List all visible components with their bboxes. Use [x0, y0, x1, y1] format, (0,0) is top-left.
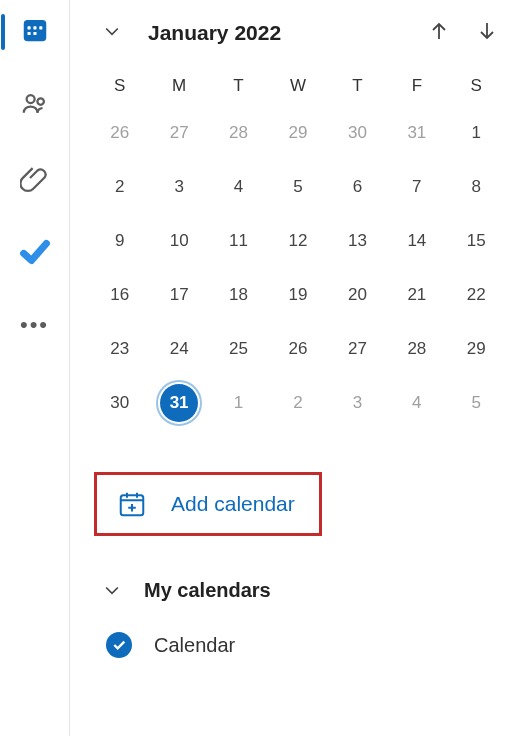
svg-rect-4 — [27, 32, 30, 35]
svg-rect-2 — [33, 26, 36, 29]
day-cell[interactable]: 10 — [149, 214, 208, 268]
day-cell[interactable]: 9 — [90, 214, 149, 268]
week-row: 16171819202122 — [90, 268, 506, 322]
dow-cell: W — [268, 66, 327, 106]
day-cell[interactable]: 29 — [268, 106, 327, 160]
day-cell[interactable]: 30 — [90, 376, 149, 430]
dow-cell: F — [387, 66, 446, 106]
calendar-icon — [20, 15, 50, 49]
day-cell[interactable]: 18 — [209, 268, 268, 322]
calendar-list: Calendar — [90, 622, 506, 668]
add-calendar-button[interactable]: Add calendar — [94, 472, 322, 536]
day-cell[interactable]: 25 — [209, 322, 268, 376]
day-cell[interactable]: 1 — [209, 376, 268, 430]
chevron-down-icon — [98, 576, 126, 604]
arrow-up-icon — [427, 19, 451, 47]
app-rail: ••• — [0, 0, 70, 736]
my-calendars-title: My calendars — [144, 579, 271, 602]
day-cell[interactable]: 20 — [328, 268, 387, 322]
checkmark-icon — [18, 235, 52, 273]
day-cell[interactable]: 27 — [328, 322, 387, 376]
day-cell[interactable]: 21 — [387, 268, 446, 322]
svg-rect-5 — [33, 32, 36, 35]
day-cell[interactable]: 11 — [209, 214, 268, 268]
calendar-checkbox[interactable] — [106, 632, 132, 658]
svg-rect-3 — [39, 26, 42, 29]
day-cell[interactable]: 28 — [209, 106, 268, 160]
week-row: 23242526272829 — [90, 322, 506, 376]
people-icon — [20, 89, 50, 123]
calendar-plus-icon — [117, 489, 147, 519]
rail-calendar-app[interactable] — [15, 12, 55, 52]
week-row: 303112345 — [90, 376, 506, 430]
day-cell[interactable]: 31 — [149, 376, 208, 430]
day-cell[interactable]: 5 — [447, 376, 506, 430]
rail-more-apps[interactable]: ••• — [20, 308, 49, 338]
svg-rect-1 — [27, 26, 30, 29]
day-cell[interactable]: 19 — [268, 268, 327, 322]
attachment-icon — [20, 163, 50, 197]
day-cell[interactable]: 2 — [90, 160, 149, 214]
day-cell[interactable]: 30 — [328, 106, 387, 160]
day-cell[interactable]: 6 — [328, 160, 387, 214]
day-cell[interactable]: 31 — [387, 106, 446, 160]
day-cell[interactable]: 8 — [447, 160, 506, 214]
day-cell[interactable]: 17 — [149, 268, 208, 322]
my-calendars-toggle[interactable]: My calendars — [90, 570, 506, 622]
svg-point-7 — [37, 98, 44, 105]
calendar-item[interactable]: Calendar — [90, 622, 506, 668]
calendar-name: Calendar — [154, 634, 235, 657]
day-cell[interactable]: 3 — [149, 160, 208, 214]
month-label: January 2022 — [142, 21, 408, 45]
chevron-down-icon — [102, 21, 122, 45]
day-cell[interactable]: 1 — [447, 106, 506, 160]
arrow-down-icon — [475, 19, 499, 47]
day-cell[interactable]: 15 — [447, 214, 506, 268]
day-cell[interactable]: 26 — [268, 322, 327, 376]
dow-cell: T — [209, 66, 268, 106]
dow-cell: S — [447, 66, 506, 106]
day-cell[interactable]: 27 — [149, 106, 208, 160]
month-expand-toggle[interactable] — [98, 19, 126, 47]
day-cell[interactable]: 13 — [328, 214, 387, 268]
day-cell[interactable]: 23 — [90, 322, 149, 376]
svg-rect-0 — [23, 20, 46, 41]
day-cell[interactable]: 24 — [149, 322, 208, 376]
month-nav — [424, 18, 506, 48]
week-row: 2345678 — [90, 160, 506, 214]
week-row: 2627282930311 — [90, 106, 506, 160]
svg-point-6 — [26, 95, 34, 103]
rail-people-app[interactable] — [15, 86, 55, 126]
dow-cell: M — [149, 66, 208, 106]
calendar-grid: 2627282930311234567891011121314151617181… — [90, 106, 506, 430]
day-cell[interactable]: 7 — [387, 160, 446, 214]
day-cell[interactable]: 26 — [90, 106, 149, 160]
day-cell[interactable]: 3 — [328, 376, 387, 430]
day-of-week-row: SMTWTFS — [90, 66, 506, 106]
day-cell[interactable]: 16 — [90, 268, 149, 322]
add-calendar-label: Add calendar — [171, 492, 295, 516]
day-cell[interactable]: 12 — [268, 214, 327, 268]
day-cell[interactable]: 22 — [447, 268, 506, 322]
next-month-button[interactable] — [472, 18, 502, 48]
dow-cell: S — [90, 66, 149, 106]
day-cell[interactable]: 14 — [387, 214, 446, 268]
month-header: January 2022 — [90, 18, 506, 48]
day-cell[interactable]: 4 — [387, 376, 446, 430]
calendar-panel: January 2022 SMTWTFS 2627282930311234567… — [70, 0, 526, 736]
prev-month-button[interactable] — [424, 18, 454, 48]
day-cell[interactable]: 28 — [387, 322, 446, 376]
rail-files-app[interactable] — [15, 160, 55, 200]
day-cell[interactable]: 5 — [268, 160, 327, 214]
day-cell[interactable]: 29 — [447, 322, 506, 376]
rail-todo-app[interactable] — [15, 234, 55, 274]
day-cell[interactable]: 4 — [209, 160, 268, 214]
dow-cell: T — [328, 66, 387, 106]
day-cell[interactable]: 2 — [268, 376, 327, 430]
week-row: 9101112131415 — [90, 214, 506, 268]
